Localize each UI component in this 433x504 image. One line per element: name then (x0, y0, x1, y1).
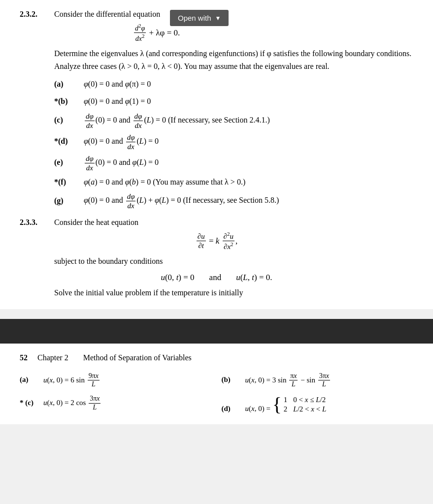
bc-and: and (209, 273, 222, 283)
heat-eq-comma: , (235, 236, 237, 246)
boundary-equations: u(0, t) = 0 and u(L, t) = 0. (20, 273, 413, 283)
piecewise-expression: { 1 0 < x ≤ L/2 2 L/2 < x < L (272, 395, 327, 414)
body-text-232: Determine the eigenvalues λ (and corresp… (54, 47, 413, 72)
bc-left: u(0, t) = 0 (161, 273, 194, 283)
footer-content-b: u(x, 0) = 3 sin πx L − sin 3πx L (245, 372, 331, 389)
footer-item-c: * (c) u(x, 0) = 2 cos 3πx L (20, 395, 212, 414)
problem-b: *(b) φ(0) = 0 and φ(1) = 0 (54, 94, 413, 109)
piecewise-brace: { (272, 395, 282, 414)
section-232-header: 2.3.2. Consider the differential equatio… (20, 10, 413, 19)
content-a: φ(0) = 0 and φ(π) = 0 (84, 77, 413, 92)
label-c: (c) (54, 113, 84, 127)
chapter-label: Chapter 2 (37, 353, 68, 362)
section-233-num: 2.3.3. (20, 218, 54, 227)
heat-eq-equals: = k (207, 236, 222, 246)
footer-label-d: (d) (222, 405, 241, 413)
top-equation: d2φ dx2 + λφ = 0. (54, 23, 413, 43)
case-2-val: 2 (284, 405, 288, 413)
problem-e: (e) dφ dx (0) = 0 and φ(L) = 0 (54, 154, 413, 172)
main-content: 2.3.2. Consider the differential equatio… (0, 0, 433, 309)
open-with-label: Open with (178, 14, 211, 22)
boundary-intro: subject to the boundary conditions (54, 255, 413, 268)
footer-section: 52 Chapter 2 Method of Separation of Var… (0, 344, 433, 425)
case-1-cond: 0 < x ≤ L/2 (293, 396, 326, 404)
label-f: *(f) (54, 175, 84, 189)
section-233-header: 2.3.3. Consider the heat equation (20, 218, 413, 227)
solve-text: Solve the initial value problem if the t… (54, 286, 413, 299)
case-2-cond: L/2 < x < L (293, 405, 326, 413)
case-1-val: 1 (284, 396, 288, 404)
section-232-title: Consider the differential equation (54, 10, 160, 19)
footer-content-d: u(x, 0) = { 1 0 < x ≤ L/2 2 L/2 < x < L (245, 395, 327, 414)
problem-d: *(d) φ(0) = 0 and dφ dx (L) = 0 (54, 133, 413, 151)
content-e: dφ dx (0) = 0 and φ(L) = 0 (84, 154, 413, 172)
page-number: 52 (20, 353, 28, 362)
piecewise-cases: 1 0 < x ≤ L/2 2 L/2 < x < L (284, 396, 326, 413)
footer-item-a: (a) u(x, 0) = 6 sin 9πx L (20, 372, 212, 389)
heat-eq-lhs: ∂u ∂t (196, 232, 207, 250)
section-233: 2.3.3. Consider the heat equation ∂u ∂t … (20, 218, 413, 299)
footer-problems: (a) u(x, 0) = 6 sin 9πx L (b) u(x, 0) = … (20, 372, 413, 415)
problem-g: (g) φ(0) = 0 and dφ dx (L) + φ(L) = 0 (I… (54, 192, 413, 210)
piecewise-case-2: 2 L/2 < x < L (284, 405, 326, 413)
bc-right: u(L, t) = 0. (236, 273, 272, 283)
content-c: dφ dx (0) = 0 and dφ dx (L) = 0 (If nece… (84, 112, 413, 130)
footer-content-a: u(x, 0) = 6 sin 9πx L (43, 372, 100, 389)
content-d: φ(0) = 0 and dφ dx (L) = 0 (84, 133, 413, 151)
problem-a: (a) φ(0) = 0 and φ(π) = 0 (54, 77, 413, 92)
open-with-button[interactable]: Open with ▼ (170, 10, 229, 26)
footer-label-b: (b) (222, 376, 241, 384)
footer-label-a: (a) (20, 376, 39, 384)
chapter-title: Method of Separation of Variables (83, 353, 192, 362)
section-233-title: Consider the heat equation (54, 218, 138, 227)
bottom-bar (0, 319, 433, 344)
piecewise-case-1: 1 0 < x ≤ L/2 (284, 396, 326, 404)
footer-content-c: u(x, 0) = 2 cos 3πx L (43, 395, 101, 412)
label-g: (g) (54, 194, 84, 208)
footer-item-d: (d) u(x, 0) = { 1 0 < x ≤ L/2 2 L/2 < x … (222, 395, 414, 414)
problem-f: *(f) φ(a) = 0 and φ(b) = 0 (You may assu… (54, 175, 413, 189)
footer-label-c: * (c) (20, 399, 39, 407)
chapter-header: 52 Chapter 2 Method of Separation of Var… (20, 353, 413, 362)
footer-item-b: (b) u(x, 0) = 3 sin πx L − sin 3πx L (222, 372, 414, 389)
content-b: φ(0) = 0 and φ(1) = 0 (84, 94, 413, 109)
label-e: (e) (54, 156, 84, 170)
content-g: φ(0) = 0 and dφ dx (L) + φ(L) = 0 (If ne… (84, 192, 413, 210)
label-b: *(b) (54, 94, 84, 109)
section-232-num: 2.3.2. (20, 10, 54, 19)
label-d: *(d) (54, 134, 84, 149)
chevron-down-icon: ▼ (215, 15, 221, 22)
label-a: (a) (54, 77, 84, 92)
eq-fraction: d2φ dx2 (133, 23, 147, 43)
eq-plus-lambda: + λφ = 0. (147, 28, 180, 38)
heat-equation: ∂u ∂t = k ∂2u ∂x2 , (20, 231, 413, 251)
heat-eq-rhs: ∂2u ∂x2 (222, 231, 235, 251)
content-f: φ(a) = 0 and φ(b) = 0 (You may assume th… (84, 175, 413, 189)
problem-c: (c) dφ dx (0) = 0 and dφ dx (L) = 0 (If … (54, 112, 413, 130)
